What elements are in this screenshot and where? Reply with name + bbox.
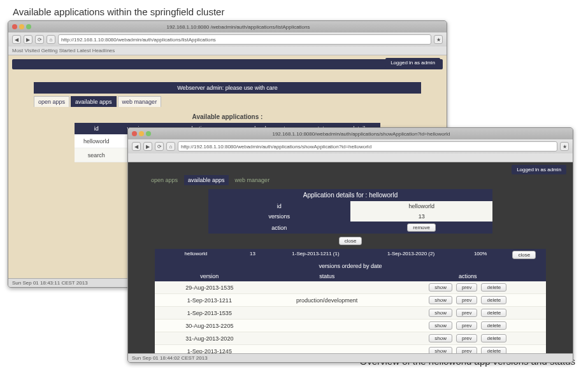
cell-status <box>264 345 390 354</box>
prev-button[interactable]: prev <box>456 309 478 317</box>
login-status[interactable]: Logged in as admin <box>512 165 566 174</box>
page-content: Logged in as admin open apps available a… <box>128 162 573 353</box>
minimize-icon[interactable] <box>19 24 24 29</box>
window-title: 192.168.1.10:8080 /webadmin/auth/applica… <box>34 24 443 30</box>
table-row: 31-Aug-2013-2020showprevdelete <box>155 332 546 345</box>
delete-button[interactable]: delete <box>481 283 506 292</box>
cell-development: 1-Sep-2013-2020 (2) <box>363 249 459 261</box>
cell-production: 1-Sep-2013-1211 (1) <box>268 249 364 261</box>
cell-version: 1-Sep-2013-1245 <box>155 345 264 354</box>
label-id: id <box>208 201 350 211</box>
value-id: helloworld <box>350 201 492 211</box>
close-icon[interactable] <box>132 131 137 136</box>
label-versions: versions <box>208 211 350 222</box>
browser-toolbar: ◀ ▶ ⟳ ⌂ http://192.168.1.10:8080/webadmi… <box>8 32 447 46</box>
cell-id: search <box>75 148 118 162</box>
row-actions: showprevdelete <box>393 347 542 353</box>
show-button[interactable]: show <box>429 347 452 353</box>
status-bar: Sun Sep 01 18:44:02 CEST 2013 <box>128 353 573 362</box>
nav-tabs: open apps available apps web manager <box>147 175 573 185</box>
url-input[interactable]: http://192.168.1.10:8080/webadmin/auth/a… <box>178 141 557 151</box>
close-button[interactable]: close <box>512 251 536 259</box>
delete-button[interactable]: delete <box>481 321 506 330</box>
row-actions: showprevdelete <box>393 334 542 342</box>
prev-button[interactable]: prev <box>456 347 478 353</box>
prev-button[interactable]: prev <box>456 321 478 330</box>
delete-button[interactable]: delete <box>481 347 506 353</box>
prev-button[interactable]: prev <box>456 334 478 342</box>
section-title: Available applications : <box>8 113 447 120</box>
forward-button[interactable]: ▶ <box>143 142 152 151</box>
reload-button[interactable]: ⟳ <box>35 35 44 44</box>
home-button[interactable]: ⌂ <box>47 35 55 44</box>
detail-box: id helloworld versions 13 action remove <box>208 201 493 234</box>
delete-button[interactable]: delete <box>481 296 506 304</box>
prev-button[interactable]: prev <box>456 296 478 304</box>
forward-button[interactable]: ▶ <box>24 35 32 44</box>
detail-banner: Application details for : helloworld <box>208 189 493 201</box>
login-status[interactable]: Logged in as admin <box>385 58 440 67</box>
warning-banner: Webserver admin: please use with care <box>34 82 421 94</box>
value-versions: 13 <box>350 211 492 222</box>
bookmarks-bar[interactable]: Most Visited Getting Started Latest Head… <box>8 46 447 55</box>
cell-status <box>264 307 390 320</box>
col-id: id <box>75 123 118 134</box>
table-row: 1-Sep-2013-1245showprevdelete <box>155 345 546 354</box>
close-button[interactable]: close <box>339 237 362 245</box>
bookmarks-bar[interactable] <box>128 153 573 162</box>
table-row: 29-Aug-2013-1535showprevdelete <box>155 281 546 294</box>
close-icon[interactable] <box>12 24 17 29</box>
tab-available-apps[interactable]: available apps <box>184 175 229 185</box>
delete-button[interactable]: delete <box>481 309 506 317</box>
bookmark-button[interactable]: ★ <box>560 142 569 151</box>
url-input[interactable]: http://192.168.1.10:8080/webadmin/auth/a… <box>58 34 431 45</box>
window-controls[interactable] <box>132 131 151 136</box>
cell-version: 29-Aug-2013-1535 <box>155 281 264 294</box>
window-title: 192.168.1.10:8080/webadmin/auth/applicat… <box>154 131 569 137</box>
cell-status: 100% <box>459 249 503 261</box>
col-version: version <box>155 271 264 281</box>
browser-window-app-detail: 192.168.1.10:8080/webadmin/auth/applicat… <box>127 127 573 363</box>
cell-version: 1-Sep-2013-1535 <box>155 307 264 320</box>
tab-web-manager[interactable]: web manager <box>231 175 274 185</box>
show-button[interactable]: show <box>429 321 452 330</box>
tab-available-apps[interactable]: available apps <box>71 96 117 107</box>
bookmark-button[interactable]: ★ <box>434 35 443 44</box>
tab-open-apps[interactable]: open apps <box>34 96 69 107</box>
header-bar <box>12 59 443 69</box>
cell-version: 1-Sep-2013-1211 <box>155 294 264 307</box>
col-status: status <box>264 271 390 281</box>
col-actions: actions <box>389 271 546 281</box>
nav-tabs: open apps available apps web manager <box>34 96 421 107</box>
minimize-icon[interactable] <box>139 131 144 136</box>
cell-status <box>264 332 390 345</box>
remove-button[interactable]: remove <box>407 223 436 232</box>
show-button[interactable]: show <box>429 283 452 292</box>
show-button[interactable]: show <box>429 309 452 317</box>
maximize-icon[interactable] <box>26 24 31 29</box>
tab-open-apps[interactable]: open apps <box>147 175 182 185</box>
window-controls[interactable] <box>12 24 31 29</box>
maximize-icon[interactable] <box>146 131 151 136</box>
tab-web-manager[interactable]: web manager <box>118 96 162 107</box>
cell-version: 31-Aug-2013-2020 <box>155 332 264 345</box>
row-actions: showprevdelete <box>393 321 542 330</box>
titlebar: 192.168.1.10:8080/webadmin/auth/applicat… <box>128 128 573 139</box>
versions-table: version status actions 29-Aug-2013-1535s… <box>155 271 546 353</box>
label-action: action <box>208 222 350 234</box>
row-actions: showprevdelete <box>393 309 542 317</box>
cell-status <box>264 281 390 294</box>
prev-button[interactable]: prev <box>456 283 478 292</box>
show-button[interactable]: show <box>429 334 452 342</box>
caption-top: Available applications within the spring… <box>6 4 231 20</box>
cell-status <box>264 320 390 332</box>
table-row: 1-Sep-2013-1535showprevdelete <box>155 307 546 320</box>
back-button[interactable]: ◀ <box>12 35 21 44</box>
home-button[interactable]: ⌂ <box>166 142 175 151</box>
delete-button[interactable]: delete <box>481 334 506 342</box>
reload-button[interactable]: ⟳ <box>155 142 164 151</box>
versions-banner: versions ordered by date <box>155 261 546 271</box>
show-button[interactable]: show <box>429 296 452 304</box>
back-button[interactable]: ◀ <box>132 142 141 151</box>
cell-id: helloworld <box>155 249 237 261</box>
